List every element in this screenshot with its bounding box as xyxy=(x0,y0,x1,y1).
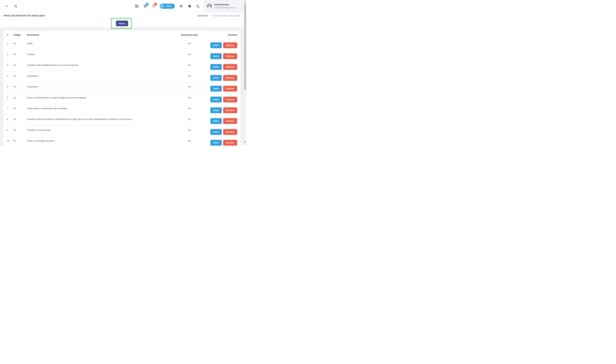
search-icon xyxy=(14,4,17,8)
delete-button[interactable]: Eliminar xyxy=(223,129,237,135)
notifications-button[interactable]: 6 xyxy=(151,4,156,8)
new-button[interactable]: Nuevo xyxy=(116,21,128,26)
table-row: 9 19 Traslado a zona primaria No Editar … xyxy=(3,126,241,136)
page-title: TIPOS DE MOTIVOS DE TRASLADO xyxy=(3,14,45,17)
fullscreen-toggle-button[interactable] xyxy=(179,4,183,8)
smiley-icon xyxy=(160,4,164,8)
row-code: 02 xyxy=(13,53,27,55)
row-desc: Traslado emisor itinerante de comprobant… xyxy=(27,118,174,120)
edit-button[interactable]: Editar xyxy=(210,129,222,135)
back-arrow-icon xyxy=(5,4,8,8)
row-desc: Exportación xyxy=(27,86,174,88)
row-num: 5 xyxy=(3,86,13,88)
edit-button[interactable]: Editar xyxy=(210,118,222,124)
table-row: 6 13 Otros no comprendido en ningún códi… xyxy=(3,93,241,104)
table-row: 10 03 Venta con entrega a terceros No Ed… xyxy=(3,136,241,146)
table-row: 3 04 Traslado entre establecimientos de … xyxy=(3,61,241,71)
top-navbar: 3 6 DEMO xyxy=(0,0,244,12)
delete-button[interactable]: Eliminar xyxy=(223,53,237,59)
edit-button[interactable]: Editar xyxy=(210,97,222,103)
row-stock: No xyxy=(174,75,205,77)
delete-button[interactable]: Eliminar xyxy=(223,118,237,124)
delete-button[interactable]: Eliminar xyxy=(223,64,237,70)
table-row: 1 01 Venta No Editar Eliminar xyxy=(3,39,241,50)
row-desc: Venta sujeta a confirmación del comprado… xyxy=(27,107,174,110)
row-num: 2 xyxy=(3,53,13,55)
row-code: 09 xyxy=(13,86,27,88)
row-stock: No xyxy=(174,64,205,66)
header-actions: Acciones xyxy=(205,34,241,36)
row-desc: Traslado a zona primaria xyxy=(27,129,174,131)
edit-button[interactable]: Editar xyxy=(210,107,222,113)
row-code: 14 xyxy=(13,107,27,110)
table-row: 4 08 Importación No Editar Eliminar xyxy=(3,71,241,82)
user-name: Administrador xyxy=(214,3,236,6)
delete-button[interactable]: Eliminar xyxy=(223,140,237,146)
app-window: 3 6 DEMO xyxy=(0,0,246,146)
row-stock: No xyxy=(174,86,205,88)
scrollbar-thumb[interactable] xyxy=(244,3,246,90)
brush-icon xyxy=(188,4,191,8)
row-code: 18 xyxy=(13,118,27,120)
user-menu[interactable]: Administrador zrenrique20@gmail.com xyxy=(204,0,244,12)
row-num: 3 xyxy=(3,64,13,66)
row-desc: Otros no comprendido en ningún código de… xyxy=(27,96,174,99)
row-num: 7 xyxy=(3,107,13,110)
row-code: 01 xyxy=(13,42,27,45)
demo-mode-button[interactable]: DEMO xyxy=(160,4,175,9)
delete-button[interactable]: Eliminar xyxy=(223,86,237,91)
user-email: zrenrique20@gmail.com xyxy=(214,6,236,9)
cart-button[interactable]: 3 xyxy=(143,4,147,8)
breadcrumb-current: Tipos de motivos de traslado xyxy=(212,14,241,17)
row-stock: No xyxy=(174,96,205,99)
row-num: 1 xyxy=(3,42,13,45)
delete-button[interactable]: Eliminar xyxy=(223,97,237,103)
edit-button[interactable]: Editar xyxy=(210,140,222,146)
row-stock: No xyxy=(174,53,205,55)
breadcrumb-dashboard-link[interactable]: Dashboard xyxy=(197,14,208,17)
row-desc: Importación xyxy=(27,75,174,77)
row-stock: No xyxy=(174,140,205,142)
title-bar: TIPOS DE MOTIVOS DE TRASLADO Dashboard ›… xyxy=(0,12,244,19)
row-num: 4 xyxy=(3,75,13,77)
vertical-scrollbar[interactable] xyxy=(244,0,246,146)
search-button[interactable] xyxy=(13,4,18,8)
header-num: # xyxy=(3,34,13,36)
row-stock: No xyxy=(174,42,205,45)
table-row: 7 14 Venta sujeta a confirmación del com… xyxy=(3,104,241,115)
row-code: 08 xyxy=(13,75,27,77)
row-desc: Traslado entre establecimientos de la mi… xyxy=(27,64,174,66)
action-bar: Nuevo xyxy=(0,19,244,27)
dark-mode-button[interactable] xyxy=(196,4,200,8)
theme-customizer-button[interactable] xyxy=(187,4,192,8)
edit-button[interactable]: Editar xyxy=(210,64,222,70)
row-desc: Venta con entrega a terceros xyxy=(27,140,174,142)
row-desc: Venta xyxy=(27,42,174,45)
apps-grid-icon xyxy=(135,4,139,8)
row-code: 04 xyxy=(13,64,27,66)
notifications-count-badge: 6 xyxy=(154,3,157,6)
edit-button[interactable]: Editar xyxy=(210,75,222,81)
delete-button[interactable]: Eliminar xyxy=(223,75,237,81)
sidebar-toggle-button[interactable] xyxy=(4,4,8,8)
scroll-down-arrow-icon[interactable] xyxy=(244,142,246,143)
row-num: 6 xyxy=(3,96,13,99)
delete-button[interactable]: Eliminar xyxy=(223,42,237,48)
row-stock: No xyxy=(174,107,205,110)
edit-button[interactable]: Editar xyxy=(210,53,222,59)
demo-label: DEMO xyxy=(166,5,172,7)
table-card: # Código Descripción Descuenta stock Acc… xyxy=(3,30,241,146)
header-stock: Descuenta stock xyxy=(174,34,205,36)
scroll-up-arrow-icon[interactable] xyxy=(244,1,246,2)
apps-menu-button[interactable] xyxy=(135,4,139,8)
row-desc: Compra xyxy=(27,53,174,55)
compress-icon xyxy=(179,4,183,8)
avatar-icon xyxy=(207,3,212,9)
row-stock: No xyxy=(174,118,205,120)
edit-button[interactable]: Editar xyxy=(210,42,222,48)
edit-button[interactable]: Editar xyxy=(210,86,222,91)
row-stock: No xyxy=(174,129,205,131)
delete-button[interactable]: Eliminar xyxy=(223,107,237,113)
breadcrumb: Dashboard › Tipos de motivos de traslado xyxy=(197,14,241,17)
row-code: 13 xyxy=(13,96,27,99)
